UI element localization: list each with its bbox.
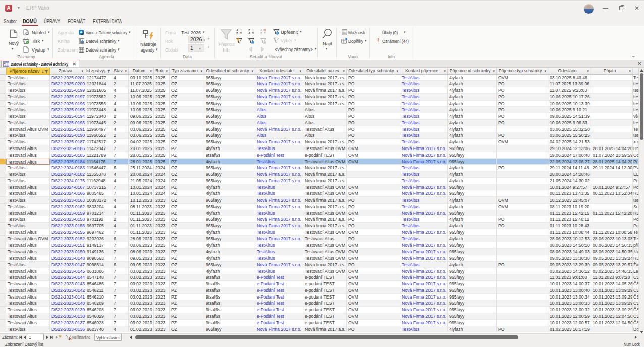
svg-text:EXTERNÍ DATA: EXTERNÍ DATA [93,18,122,24]
svg-text:Výstup: Výstup [32,47,45,53]
svg-text:Test 2026: Test 2026 [181,30,201,35]
svg-text:Náhled: Náhled [32,30,46,35]
svg-text:Kniha: Kniha [58,38,70,44]
svg-text:<Všechny záznamy>: <Všechny záznamy> [275,46,313,52]
svg-text:Z: Z [236,32,238,34]
svg-text:DOMŮ: DOMŮ [23,18,37,24]
svg-text:ÚPRAVY: ÚPRAVY [44,18,60,24]
svg-text:Num Lock: Num Lock [624,342,640,347]
svg-text:Zobrazení Datový list: Zobrazení Datový list [5,342,44,347]
svg-text:Zobrazení: Zobrazení [58,47,78,53]
svg-text:Z: Z [260,32,262,34]
svg-text:Nástroje: Nástroje [140,41,156,47]
svg-text:Firma: Firma [165,30,176,35]
svg-text:Soubor: Soubor [4,19,17,24]
svg-text:agendy: agendy [141,47,154,53]
svg-text:Nefiltrováno: Nefiltrováno [72,335,90,340]
svg-text:A: A [248,32,251,34]
svg-text:Datové schránky: Datové schránky [86,38,116,44]
svg-text:Vario » Datové schránky: Vario » Datové schránky [86,30,127,35]
svg-text:Možnosti: Možnosti [348,30,365,35]
svg-text:Období: Období [165,47,178,53]
svg-text:Oznámení (44): Oznámení (44) [382,38,409,44]
svg-text:Tisk: Tisk [32,38,40,44]
svg-text:Datové schránky: Datové schránky [86,47,116,53]
svg-text:Upřesnit: Upřesnit [281,29,298,35]
svg-text:Úkoly (0): Úkoly (0) [382,30,398,35]
svg-text:Doplňky: Doplňky [348,38,363,44]
svg-text:Přepnout: Přepnout [219,41,235,47]
svg-text:Najít: Najít [323,41,332,46]
svg-text:Agenda: Agenda [58,30,74,35]
svg-text:filtr: filtr [223,47,230,53]
svg-text:FORMÁT: FORMÁT [68,18,85,24]
svg-text:Výběr: Výběr [281,38,292,43]
svg-text:Nový: Nový [9,40,19,46]
svg-text:Datové schránky - Datové schrá: Datové schránky - Datové schránky [11,61,68,67]
svg-text:Rok: Rok [165,38,173,44]
svg-text:Záznam:: Záznam: [2,335,18,340]
